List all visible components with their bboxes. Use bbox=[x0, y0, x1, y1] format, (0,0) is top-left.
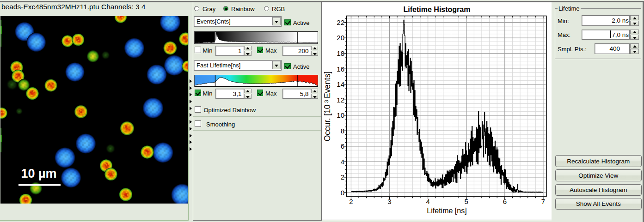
svg-text:14: 14 bbox=[337, 80, 344, 88]
svg-text:10: 10 bbox=[337, 111, 344, 119]
svg-text:6: 6 bbox=[341, 142, 344, 150]
svg-text:18: 18 bbox=[337, 49, 344, 57]
svg-text:7: 7 bbox=[541, 198, 545, 205]
svg-text:Occur. [10 3 Events]: Occur. [10 3 Events] bbox=[323, 71, 332, 141]
svg-text:Lifetime Histogram: Lifetime Histogram bbox=[404, 5, 471, 13]
svg-text:12: 12 bbox=[337, 96, 344, 103]
svg-text:2: 2 bbox=[341, 173, 344, 181]
svg-text:Lifetime [ns]: Lifetime [ns] bbox=[427, 207, 466, 215]
svg-text:0: 0 bbox=[341, 188, 344, 196]
svg-text:16: 16 bbox=[337, 65, 344, 72]
svg-text:6: 6 bbox=[503, 198, 507, 205]
svg-text:2: 2 bbox=[349, 198, 353, 205]
svg-text:4: 4 bbox=[426, 198, 429, 205]
svg-text:22: 22 bbox=[337, 18, 344, 26]
svg-text:4: 4 bbox=[341, 157, 344, 165]
svg-text:20: 20 bbox=[337, 34, 344, 42]
svg-text:8: 8 bbox=[341, 126, 344, 134]
svg-text:5: 5 bbox=[465, 198, 468, 205]
svg-text:3: 3 bbox=[387, 198, 391, 205]
svg-text:10 µm: 10 µm bbox=[21, 167, 57, 180]
